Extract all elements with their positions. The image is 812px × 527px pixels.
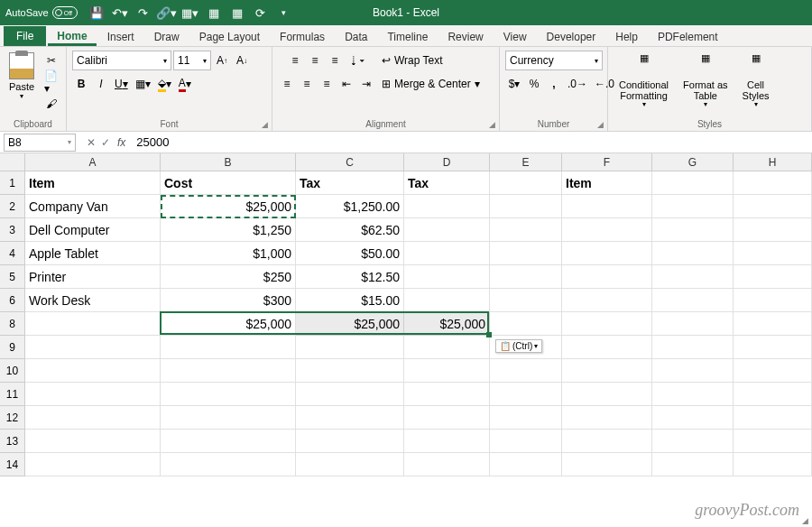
increase-decimal-icon[interactable]: .0→ xyxy=(565,74,590,94)
cell[interactable]: Company Van xyxy=(25,195,161,218)
cell[interactable] xyxy=(25,430,161,453)
cell[interactable]: Work Desk xyxy=(25,289,161,312)
cell[interactable] xyxy=(734,453,812,476)
cell[interactable] xyxy=(296,406,404,430)
cell[interactable] xyxy=(404,289,490,312)
cell[interactable]: $25,000 xyxy=(161,312,296,336)
cell[interactable] xyxy=(652,242,734,265)
select-all-corner[interactable] xyxy=(0,153,25,171)
row-header[interactable]: 8 xyxy=(0,312,25,336)
cell[interactable] xyxy=(562,359,652,383)
cell[interactable]: Apple Tablet xyxy=(25,242,161,265)
dialog-launcher-icon[interactable]: ◢ xyxy=(597,120,604,129)
cell[interactable] xyxy=(404,265,490,289)
cell[interactable] xyxy=(734,406,812,430)
cell[interactable] xyxy=(734,289,812,312)
format-as-table-button[interactable]: ▦Format as Table▾ xyxy=(678,51,734,111)
align-bottom-icon[interactable]: ≡ xyxy=(326,51,344,70)
percent-icon[interactable]: % xyxy=(525,74,543,94)
cell[interactable]: $62.50 xyxy=(296,218,404,242)
cell[interactable] xyxy=(562,453,652,476)
cell[interactable] xyxy=(404,218,490,242)
align-top-icon[interactable]: ≡ xyxy=(286,51,304,70)
cell[interactable] xyxy=(490,242,562,265)
cell[interactable] xyxy=(490,195,562,218)
tab-timeline[interactable]: Timeline xyxy=(378,27,437,46)
row-header[interactable]: 2 xyxy=(0,195,25,218)
tab-developer[interactable]: Developer xyxy=(538,27,605,46)
cell[interactable] xyxy=(25,336,161,359)
cell[interactable] xyxy=(161,336,296,359)
cell[interactable] xyxy=(404,336,490,359)
cell[interactable] xyxy=(490,383,562,406)
comma-icon[interactable]: , xyxy=(545,74,563,94)
cell[interactable] xyxy=(734,218,812,242)
col-header[interactable]: H xyxy=(734,153,812,171)
col-header[interactable]: G xyxy=(652,153,734,171)
cell[interactable]: $1,250.00 xyxy=(296,195,404,218)
cell[interactable] xyxy=(296,383,404,406)
refresh-icon[interactable]: ⟳ xyxy=(253,5,269,21)
conditional-formatting-button[interactable]: ▦Conditional Formatting▾ xyxy=(614,51,674,111)
cell[interactable] xyxy=(296,336,404,359)
fill-color-icon[interactable]: ⬙▾ xyxy=(155,74,174,94)
cell[interactable] xyxy=(161,430,296,453)
link-icon[interactable]: 🔗▾ xyxy=(159,5,175,21)
dialog-launcher-icon[interactable]: ◢ xyxy=(489,120,495,129)
cell[interactable] xyxy=(404,359,490,383)
tab-help[interactable]: Help xyxy=(606,27,647,46)
cell[interactable] xyxy=(562,242,652,265)
format-painter-icon[interactable]: 🖌 xyxy=(42,94,60,114)
autosave-toggle[interactable]: AutoSave Off xyxy=(5,6,78,19)
dialog-launcher-icon[interactable]: ◢ xyxy=(262,120,268,129)
cell[interactable] xyxy=(404,242,490,265)
cell[interactable]: Item xyxy=(25,171,161,195)
tab-pdfelement[interactable]: PDFelement xyxy=(649,27,727,46)
paste-button[interactable]: Paste ▾ xyxy=(5,51,38,102)
cell[interactable] xyxy=(652,406,734,430)
cell[interactable] xyxy=(25,406,161,430)
cell[interactable] xyxy=(25,359,161,383)
cancel-icon[interactable]: ✕ xyxy=(87,136,96,149)
border-icon[interactable]: ▦▾ xyxy=(133,74,153,94)
copy-icon[interactable]: 📄▾ xyxy=(42,72,60,92)
cell[interactable] xyxy=(562,430,652,453)
cell[interactable]: $25,000 xyxy=(296,312,404,336)
cell[interactable] xyxy=(161,359,296,383)
col-header[interactable]: F xyxy=(562,153,652,171)
cell[interactable]: Tax xyxy=(404,171,490,195)
cell[interactable] xyxy=(161,453,296,476)
cell[interactable] xyxy=(161,383,296,406)
cut-icon[interactable]: ✂ xyxy=(42,51,60,70)
cell[interactable] xyxy=(490,171,562,195)
cell[interactable] xyxy=(562,289,652,312)
cell[interactable] xyxy=(652,171,734,195)
cell[interactable] xyxy=(404,453,490,476)
cell[interactable] xyxy=(296,359,404,383)
align-center-icon[interactable]: ≡ xyxy=(298,74,316,94)
cell[interactable] xyxy=(734,195,812,218)
number-format-select[interactable]: Currency▾ xyxy=(505,51,603,70)
row-header[interactable]: 6 xyxy=(0,289,25,312)
underline-button[interactable]: U▾ xyxy=(112,74,131,94)
cell[interactable] xyxy=(652,265,734,289)
cell[interactable] xyxy=(562,336,652,359)
cell[interactable] xyxy=(296,453,404,476)
cell[interactable]: $250 xyxy=(161,265,296,289)
row-header[interactable]: 4 xyxy=(0,242,25,265)
save-icon[interactable]: 💾 xyxy=(88,5,105,21)
cell[interactable] xyxy=(734,312,812,336)
cell[interactable] xyxy=(490,312,562,336)
row-header[interactable]: 14 xyxy=(0,453,25,476)
align-left-icon[interactable]: ≡ xyxy=(278,74,296,94)
cell[interactable]: Printer xyxy=(25,265,161,289)
cell[interactable] xyxy=(562,195,652,218)
cell[interactable]: Dell Computer xyxy=(25,218,161,242)
grid-icon[interactable]: ▦ xyxy=(206,5,222,21)
row-header[interactable]: 10 xyxy=(0,359,25,383)
font-color-icon[interactable]: A▾ xyxy=(176,74,194,94)
cell[interactable] xyxy=(490,453,562,476)
cell[interactable]: $50.00 xyxy=(296,242,404,265)
cell[interactable] xyxy=(562,265,652,289)
qat-more-icon[interactable]: ▾ xyxy=(276,5,292,21)
